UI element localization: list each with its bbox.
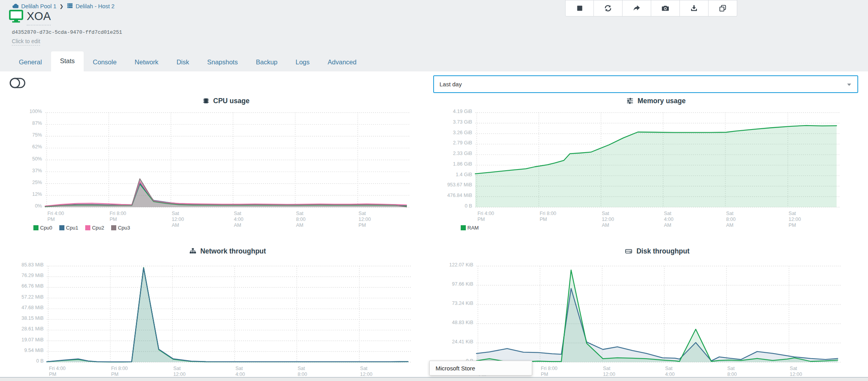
svg-text:Fri 8:00: Fri 8:00 xyxy=(110,211,126,216)
svg-text:Sat: Sat xyxy=(790,366,797,371)
stop-icon xyxy=(575,4,584,13)
multi-chart-toggle[interactable] xyxy=(9,77,26,90)
svg-text:PM: PM xyxy=(111,372,119,377)
tab-backup[interactable]: Backup xyxy=(247,53,286,71)
memory-legend: RAM xyxy=(461,225,479,231)
legend-swatch xyxy=(111,225,116,230)
memory-usage-chart: Memory usage 0 B476.84 MiB953.67 MiB1.4 … xyxy=(434,95,858,242)
svg-text:AM: AM xyxy=(296,222,304,228)
network-throughput-chart: Network throughput 0 B9.54 MiB19.07 MiB2… xyxy=(10,246,424,381)
svg-text:Fri 4:00: Fri 4:00 xyxy=(478,211,494,216)
svg-text:66.76 MiB: 66.76 MiB xyxy=(22,283,44,289)
network-chart-title: Network throughput xyxy=(47,246,408,257)
svg-text:Sat: Sat xyxy=(727,366,735,371)
tab-bar: GeneralStatsConsoleNetworkDiskSnapshotsB… xyxy=(10,53,366,71)
microchip-icon xyxy=(202,97,210,105)
svg-text:Sat: Sat xyxy=(235,366,243,371)
svg-text:2.79 GiB: 2.79 GiB xyxy=(453,140,472,146)
svg-text:48.83 KiB: 48.83 KiB xyxy=(452,320,473,325)
host-icon xyxy=(67,3,73,10)
copy-button[interactable] xyxy=(709,0,737,16)
chevron-right-icon: ❯ xyxy=(59,4,63,9)
svg-text:1.4 GiB: 1.4 GiB xyxy=(456,172,472,177)
svg-text:73.24 KiB: 73.24 KiB xyxy=(452,301,473,306)
migrate-button[interactable] xyxy=(623,0,651,16)
export-button[interactable] xyxy=(680,0,709,16)
svg-text:50%: 50% xyxy=(32,156,42,162)
snapshot-button[interactable] xyxy=(651,0,680,16)
breadcrumb-host-link[interactable]: Delilah - Host 2 xyxy=(76,3,115,9)
tab-stats[interactable]: Stats xyxy=(51,51,84,71)
vm-uuid: d4352870-d73c-5cda-9470-ffd7cd01e251 xyxy=(12,29,122,35)
tab-console[interactable]: Console xyxy=(84,53,126,71)
tab-advanced[interactable]: Advanced xyxy=(319,53,365,71)
svg-text:1.86 GiB: 1.86 GiB xyxy=(453,161,472,167)
cpu-chart-title: CPU usage xyxy=(45,95,407,106)
svg-text:47.68 MiB: 47.68 MiB xyxy=(22,305,44,310)
svg-text:AM: AM xyxy=(664,222,671,228)
sliders-icon xyxy=(626,97,634,105)
vm-title: XOA xyxy=(9,9,51,26)
chevron-down-icon xyxy=(847,84,851,86)
svg-text:PM: PM xyxy=(110,217,117,222)
svg-text:38.15 MiB: 38.15 MiB xyxy=(22,315,44,321)
time-range-select[interactable]: Last day xyxy=(433,75,858,93)
svg-text:4:00: 4:00 xyxy=(234,217,243,222)
svg-text:Fri 4:00: Fri 4:00 xyxy=(49,366,66,371)
tab-disk[interactable]: Disk xyxy=(167,53,198,71)
svg-text:3.26 GiB: 3.26 GiB xyxy=(453,130,472,135)
svg-text:12:00: 12:00 xyxy=(360,372,372,377)
svg-text:19.07 MiB: 19.07 MiB xyxy=(22,337,44,343)
vm-monitor-icon xyxy=(9,9,24,25)
legend-swatch xyxy=(461,225,466,230)
svg-text:Fri 8:00: Fri 8:00 xyxy=(111,366,128,371)
svg-text:AM: AM xyxy=(234,222,241,228)
legend-item-cpu1: Cpu1 xyxy=(59,225,78,231)
svg-text:Fri 8:00: Fri 8:00 xyxy=(541,366,557,371)
svg-text:76.29 MiB: 76.29 MiB xyxy=(22,273,44,278)
memory-usage-plot: 0 B476.84 MiB953.67 MiB1.4 GiB1.86 GiB2.… xyxy=(434,106,858,230)
page-header: Delilah Pool 1 ❯ Delilah - Host 2 XOA d4… xyxy=(0,0,868,71)
legend-item-cpu0: Cpu0 xyxy=(33,225,52,231)
svg-text:75%: 75% xyxy=(32,132,42,138)
svg-text:0 B: 0 B xyxy=(36,358,44,364)
svg-text:4:00: 4:00 xyxy=(664,217,673,222)
svg-text:12:00: 12:00 xyxy=(602,217,614,222)
refresh-button[interactable] xyxy=(594,0,623,16)
svg-text:Sat: Sat xyxy=(234,211,241,216)
svg-text:62%: 62% xyxy=(32,144,42,149)
svg-text:PM: PM xyxy=(48,217,55,222)
svg-text:28.61 MiB: 28.61 MiB xyxy=(22,326,44,332)
svg-text:PM: PM xyxy=(540,217,547,222)
share-arrow-icon xyxy=(632,4,641,13)
tab-network[interactable]: Network xyxy=(126,53,168,71)
svg-text:Sat: Sat xyxy=(603,366,610,371)
svg-text:AM: AM xyxy=(726,222,734,228)
svg-text:953.67 MiB: 953.67 MiB xyxy=(447,182,472,188)
tab-logs[interactable]: Logs xyxy=(287,53,319,71)
svg-text:PM: PM xyxy=(359,222,366,228)
svg-text:12:00: 12:00 xyxy=(172,217,184,222)
vm-name[interactable]: XOA xyxy=(27,9,51,26)
tab-general[interactable]: General xyxy=(10,53,51,71)
camera-icon xyxy=(661,4,670,13)
legend-swatch xyxy=(59,225,64,230)
tab-snapshots[interactable]: Snapshots xyxy=(198,53,247,71)
svg-text:57.22 MiB: 57.22 MiB xyxy=(22,294,44,300)
svg-text:3.73 GiB: 3.73 GiB xyxy=(453,119,472,125)
hdd-icon xyxy=(624,247,633,255)
svg-text:4:00: 4:00 xyxy=(235,372,245,377)
legend-item-cpu3: Cpu3 xyxy=(111,225,130,231)
legend-item-ram: RAM xyxy=(461,225,479,231)
stop-button[interactable] xyxy=(565,0,594,16)
click-to-edit[interactable]: Click to edit xyxy=(12,38,40,46)
svg-text:Sat: Sat xyxy=(298,366,305,371)
svg-text:4:00: 4:00 xyxy=(665,372,674,377)
network-throughput-plot: 0 B9.54 MiB19.07 MiB28.61 MiB38.15 MiB47… xyxy=(10,257,424,381)
svg-text:Sat: Sat xyxy=(664,211,671,216)
svg-text:Sat: Sat xyxy=(602,211,609,216)
taskbar-tooltip: Microsoft Store xyxy=(429,361,532,376)
breadcrumb-pool-link[interactable]: Delilah Pool 1 xyxy=(21,3,56,9)
svg-text:0 B: 0 B xyxy=(465,203,472,209)
breadcrumb: Delilah Pool 1 ❯ Delilah - Host 2 xyxy=(12,3,115,10)
